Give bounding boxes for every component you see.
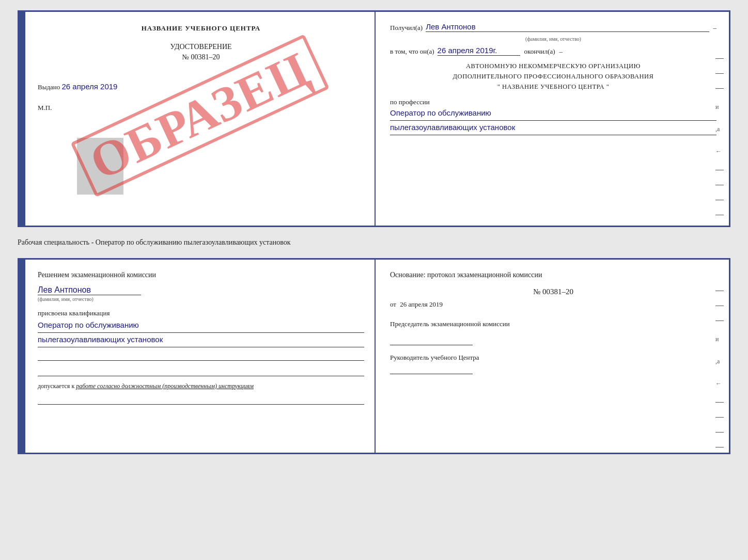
dash-right1: –: [713, 24, 717, 32]
profession-line2-top: пылегазоулавливающих установок: [390, 123, 716, 135]
poluchil-label: Получил(а): [390, 24, 423, 32]
rukovoditel-label: Руководитель учебного Центра: [390, 353, 716, 363]
r-dash-7: [715, 215, 724, 215]
vtom-row: в том, что он(а) 26 апреля 2019г. окончи…: [390, 46, 716, 56]
r-dash-1: [715, 58, 724, 59]
vtom-label: в том, что он(а): [390, 47, 434, 56]
r-dash-3: [715, 88, 724, 89]
blank-line-1: [38, 349, 364, 361]
vydano-row: Выдано 26 апреля 2019: [38, 82, 364, 91]
separator-text: Рабочая специальность - Оператор по обсл…: [18, 233, 730, 252]
ot-label: от: [390, 300, 396, 308]
dash-right2: –: [559, 47, 563, 56]
dopuskaetsya-row: допускается к работе согласно должностны…: [38, 382, 364, 390]
r-dash-2: [715, 73, 724, 74]
prisvoena-label: присвоена квалификация: [38, 309, 364, 317]
right-dashes-top: и ,а ←: [715, 58, 724, 215]
bottom-certificate-book: Решением экзаменационной комиссии Лев Ан…: [18, 258, 730, 454]
book-spine-bottom: [19, 260, 25, 453]
r-label-a: ,а: [715, 125, 724, 133]
rb-dash-2: [715, 306, 724, 306]
ot-date: 26 апреля 2019: [400, 300, 443, 308]
book-spine-top: [19, 12, 25, 226]
cert-number: № 00381–20: [38, 53, 364, 61]
vydano-date: 26 апреля 2019: [62, 82, 118, 91]
dopuskaetsya-value: работе согласно должностным (производств…: [76, 382, 254, 390]
rb-dash-6: [715, 432, 724, 433]
top-certificate-book: НАЗВАНИЕ УЧЕБНОГО ЦЕНТРА ОБРАЗЕЦ УДОСТОВ…: [18, 10, 730, 227]
bottom-fio-subtext: (фамилия, имя, отчество): [38, 296, 364, 302]
okonchil-label: окончил(а): [524, 47, 555, 56]
udostoverenie-label: УДОСТОВЕРЕНИЕ: [38, 43, 364, 51]
bottom-profession-line1: Оператор по обслуживанию: [38, 321, 364, 333]
right-dashes-bottom: и ,а ←: [715, 291, 724, 447]
rukovoditel-sign-line: [390, 363, 473, 374]
top-cert-left-page: НАЗВАНИЕ УЧЕБНОГО ЦЕНТРА ОБРАЗЕЦ УДОСТОВ…: [25, 12, 376, 226]
poluchil-name: Лев Антпонов: [426, 22, 709, 32]
r-dash-4: [715, 170, 724, 170]
r-dash-5: [715, 185, 724, 185]
top-cert-right-page: Получил(а) Лев Антпонов – (фамилия, имя,…: [376, 12, 729, 226]
bottom-right-page: Основание: протокол экзаменационной коми…: [376, 260, 729, 453]
vtom-date: 26 апреля 2019г.: [438, 46, 520, 56]
rb-dash-3: [715, 321, 724, 321]
rb-dash-7: [715, 447, 724, 447]
rb-label-a: ,а: [715, 358, 724, 365]
org-line2: ДОПОЛНИТЕЛЬНОГО ПРОФЕССИОНАЛЬНОГО ОБРАЗО…: [390, 71, 716, 82]
blank-line-3: [38, 393, 364, 405]
org-block: АВТОНОМНУЮ НЕКОММЕРЧЕСКУЮ ОРГАНИЗАЦИЮ ДО…: [390, 61, 716, 92]
osnovanie-label: Основание: протокол экзаменационной коми…: [390, 270, 716, 280]
document-container: НАЗВАНИЕ УЧЕБНОГО ЦЕНТРА ОБРАЗЕЦ УДОСТОВ…: [18, 10, 730, 454]
protocol-number: № 00381–20: [390, 287, 716, 296]
predsedatel-sign-line: [390, 334, 473, 345]
blank-line-2: [38, 365, 364, 376]
profession-line1-top: Оператор по обслуживанию: [390, 108, 716, 121]
rb-label-i: и: [715, 335, 724, 343]
bottom-name: Лев Антпонов: [38, 285, 141, 295]
bottom-profession-line2: пылегазоулавливающих установок: [38, 335, 364, 347]
org-line3: " НАЗВАНИЕ УЧЕБНОГО ЦЕНТРА ": [390, 82, 716, 92]
org-line1: АВТОНОМНУЮ НЕКОММЕРЧЕСКУЮ ОРГАНИЗАЦИЮ: [390, 61, 716, 71]
r-label-i: и: [715, 103, 724, 111]
photo-placeholder: [77, 138, 123, 195]
cert-school-title: НАЗВАНИЕ УЧЕБНОГО ЦЕНТРА: [38, 24, 364, 33]
r-label-arrow: ←: [715, 148, 724, 155]
resheniem-label: Решением экзаменационной комиссии: [38, 270, 364, 280]
dopuskaetsya-label: допускается к: [38, 382, 74, 390]
bottom-left-page: Решением экзаменационной комиссии Лев Ан…: [25, 260, 376, 453]
poluchil-row: Получил(а) Лев Антпонов –: [390, 22, 716, 32]
ot-row: от 26 апреля 2019: [390, 300, 716, 309]
mp-label: М.П.: [38, 104, 364, 112]
rb-dash-4: [715, 402, 724, 403]
rb-dash-5: [715, 417, 724, 418]
vydano-label: Выдано: [38, 83, 60, 91]
r-dash-6: [715, 200, 724, 200]
fio-subtext-top: (фамилия, имя, отчество): [390, 36, 716, 42]
profession-label-top: по профессии: [390, 98, 716, 106]
rb-label-arrow: ←: [715, 380, 724, 388]
rb-dash-1: [715, 291, 724, 291]
predsedatel-label: Председатель экзаменационной комиссии: [390, 319, 716, 329]
